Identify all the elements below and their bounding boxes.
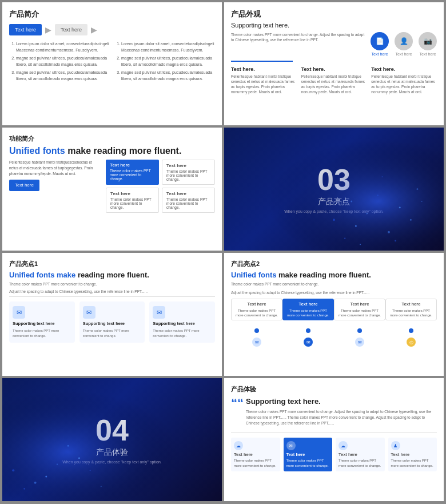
grid-title-3: Text here [110, 191, 154, 196]
tl-dot-3 [357, 328, 362, 333]
quote-icon: ““ [231, 397, 244, 410]
text-col-3-body: Pellentesque habitant morbi tristique se… [371, 74, 437, 94]
slide1-col1: Lorem ipsum dolor sit amet, consectetura… [9, 41, 110, 84]
list-item: Lorem ipsum dolor sit amet, consectetura… [16, 41, 110, 53]
slide8-title: 产品体验 [231, 385, 437, 394]
slide2-subtitle: Supporting text here. [231, 22, 437, 29]
svg-point-7 [410, 219, 412, 221]
svg-point-19 [78, 457, 80, 459]
svg-point-11 [381, 176, 383, 177]
slide8-cards: ☁ Text here Theme color makes PPT more c… [231, 438, 437, 471]
svg-point-24 [12, 469, 14, 471]
icon-label-2: Text here [396, 52, 412, 56]
grid-title-1: Text here [110, 162, 155, 168]
feature-card-3: ✉ Supporting text here Theme color makes… [149, 301, 215, 343]
divider-line [231, 61, 293, 62]
grid-item-4: Text here Theme color makes PPT more con… [162, 188, 215, 213]
slide6-highlight: Unified fonts [231, 271, 276, 279]
exp-title-4: Text here [391, 452, 435, 457]
slide6-timeline: Text here Theme color makes PPT more con… [231, 299, 437, 347]
tl-icon-2: ✉ [304, 338, 313, 347]
exp-icon-1: ☁ [234, 441, 243, 450]
slide-highlight2: 产品亮点2 Unified fonts make reading more fl… [224, 253, 444, 376]
slide6-heading-rest: make reading more fluent. [276, 271, 371, 279]
slide3-highlight: Unified fonts [9, 146, 65, 156]
feature-card-2: ✉ Supporting text here Theme color makes… [79, 301, 145, 343]
svg-point-23 [101, 486, 102, 487]
slide-highlight1: 产品亮点1 Unified fonts make reading more fl… [2, 253, 222, 376]
feature-card-1: ✉ Supporting text here Theme color makes… [9, 301, 75, 343]
exp-icon-2: ✉ [286, 441, 296, 450]
tl-card-4: Text here Theme color makes PPT more con… [385, 299, 437, 320]
slide6-title: 产品亮点2 [231, 260, 437, 268]
svg-point-6 [377, 195, 379, 196]
slide1-flow-row: Text here ▶ Text here ▶ [9, 24, 215, 35]
svg-point-9 [333, 219, 335, 221]
feature-heading-3: Supporting text here [153, 321, 194, 326]
exp-icon-4: ♟ [391, 441, 400, 450]
svg-point-20 [23, 489, 25, 490]
icon-label-1: Text here [372, 52, 388, 56]
slide-features: 功能简介 Unified fonts make reading more flu… [2, 128, 222, 251]
slide3-btn[interactable]: Text here [9, 180, 39, 191]
text-col-2-body: Pellentesque habitant morbi tristique se… [301, 74, 367, 94]
svg-point-4 [399, 207, 401, 208]
svg-point-14 [395, 240, 396, 241]
tl-body-1: Theme color makes PPT more convenient to… [234, 308, 279, 318]
list-item: magne sed pulvinar ultrices, pucudeculam… [16, 70, 110, 82]
grid-item-2: Text here Theme color makes PPT more con… [162, 160, 215, 185]
slide1-content: Lorem ipsum dolor sit amet, consectetura… [9, 41, 215, 84]
feature-body-1: Theme color makes PPT more convenient to… [13, 328, 71, 338]
exp-card-1: ☁ Text here Theme color makes PPT more c… [231, 438, 280, 471]
tl-item-2: Text here Theme color makes PPT more con… [282, 299, 334, 347]
svg-point-3 [388, 231, 390, 233]
svg-point-13 [360, 244, 361, 245]
slide2-icons: 📄 Text here 👤 Text here 📷 Text here [371, 32, 437, 56]
text-col-2-heading: Text here. [301, 66, 367, 72]
text-col-1: Text here. Pellentesque habitant morbi t… [231, 66, 297, 94]
slide2-desc: Theme color makes PPT more convenient to… [231, 32, 365, 42]
grid-body-3: Theme color makes PPT more convenient to… [110, 197, 154, 209]
slide6-heading: Unified fonts make reading more fluent. [231, 271, 437, 279]
slide4-title: 产品亮点 [318, 197, 350, 207]
slide-product-appearance: 产品外观 Supporting text here. Theme color m… [224, 2, 444, 125]
slide1-btn1[interactable]: Text here [9, 24, 42, 35]
slide4-number: 03 [317, 165, 351, 195]
exp-body-3: Theme color makes PPT more convenient to… [339, 458, 382, 468]
arrow-right-icon2: ▶ [91, 25, 97, 34]
tl-title-2: Text here [286, 301, 330, 308]
slide-experience: 产品体验 ““ Supporting text here. Theme colo… [224, 378, 444, 501]
exp-title-2: Text here [286, 452, 330, 457]
text-col-2: Text here. Pellentesque habitant morbi t… [301, 66, 367, 94]
slide7-subtitle: When you copy & paste, choose "keep text… [62, 460, 161, 464]
slide5-cards: ✉ Supporting text here Theme color makes… [9, 301, 215, 343]
svg-point-22 [67, 445, 69, 447]
list-item: Lorem ipsum dolor sit amet, consectetura… [121, 41, 215, 53]
slide1-col2: Lorem ipsum dolor sit amet, consectetura… [114, 41, 215, 84]
list-item: magne sed pulvinar ultrices, pucudeculam… [121, 70, 215, 82]
slide5-title: 产品亮点1 [9, 260, 215, 268]
slide3-body-text: Pellentesque habitant morbi tristiquescs… [9, 160, 100, 176]
icon-box-3: 📷 Text here [419, 32, 437, 56]
slide3-body: Pellentesque habitant morbi tristiquescs… [9, 160, 215, 213]
slide1-btn2[interactable]: Text here [55, 24, 87, 35]
slide7-number: 04 [95, 415, 129, 445]
exp-card-2: ✉ Text here Theme color makes PPT more c… [284, 438, 333, 471]
feature-body-3: Theme color makes PPT more convenient to… [153, 328, 212, 338]
slide5-heading: Unified fonts make reading more fluent. [9, 271, 215, 279]
exp-body-4: Theme color makes PPT more convenient to… [391, 458, 435, 468]
icon-label-3: Text here [420, 52, 436, 56]
icon-box-2: 👤 Text here [395, 32, 413, 56]
product-icon-1: 📄 [371, 32, 389, 50]
feature-heading-2: Supporting text here [83, 321, 125, 326]
tl-dot-4 [409, 328, 413, 333]
slide3-grid: Text here Theme color makes PPT more con… [106, 160, 215, 213]
exp-icon-3: ☁ [339, 441, 348, 450]
feature-heading-1: Supporting text here [13, 321, 54, 326]
feature-icon-3: ✉ [153, 306, 165, 319]
slide8-big-text: Supporting text here. [246, 397, 437, 406]
product-icon-3: 📷 [419, 32, 437, 50]
list-item: magne sed pulvinar ultrices, pucudeculam… [16, 55, 110, 68]
slide1-title: 产品简介 [9, 9, 215, 19]
tl-icon-1: ✉ [252, 338, 261, 347]
